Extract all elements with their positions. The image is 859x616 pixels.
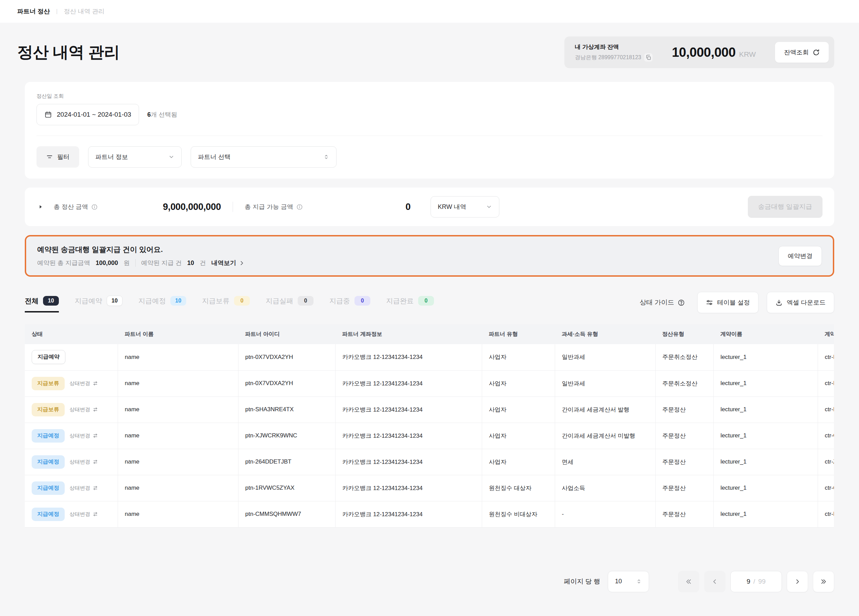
main-content: 정산 내역 관리 내 가상계좌 잔액 경남은행 28999770218123 1… xyxy=(0,36,859,592)
cell-status: 지급예정상태변경 xyxy=(25,475,118,501)
swap-icon xyxy=(92,381,98,386)
tab-count-badge: 0 xyxy=(234,296,250,306)
balance-label: 내 가상계좌 잔액 xyxy=(575,43,653,51)
status-change-link[interactable]: 상태변경 xyxy=(70,459,98,465)
cell-tax-type: 면세 xyxy=(555,449,655,475)
rows-per-page-label: 페이지 당 행 xyxy=(564,577,600,586)
tab-pay-completed[interactable]: 지급완료0 xyxy=(386,296,434,313)
balance-refresh-label: 잔액조회 xyxy=(784,48,809,56)
cell-account: 카카오뱅크 12-12341234-1234 xyxy=(335,475,482,501)
partner-select[interactable]: 파트너 선택 xyxy=(191,146,337,167)
currency-history-select[interactable]: KRW 내역 xyxy=(431,196,499,217)
status-change-link[interactable]: 상태변경 xyxy=(70,485,98,491)
column-header: 파트너 유형 xyxy=(482,324,555,344)
settlement-table: 상태파트너 이름파트너 아이디파트너 계좌정보파트너 유형과세·소득 유형정산유… xyxy=(25,324,834,528)
column-header: 계약이름 xyxy=(714,324,818,344)
breadcrumb-separator: | xyxy=(56,8,58,15)
status-change-link[interactable]: 상태변경 xyxy=(70,511,98,518)
breadcrumb-parent[interactable]: 파트너 정산 xyxy=(17,7,50,16)
first-page-button[interactable] xyxy=(678,571,699,592)
current-page: 9 xyxy=(747,578,751,585)
status-change-label: 상태변경 xyxy=(70,433,90,439)
chevrons-up-down-icon xyxy=(323,154,330,160)
next-page-button[interactable] xyxy=(787,571,808,592)
tab-all[interactable]: 전체10 xyxy=(25,296,59,313)
status-change-link[interactable]: 상태변경 xyxy=(70,406,98,413)
notice-detail-link[interactable]: 내역보기 xyxy=(211,259,245,267)
status-badge: 지급예정 xyxy=(32,455,65,469)
settlement-table-wrapper[interactable]: 상태파트너 이름파트너 아이디파트너 계좌정보파트너 유형과세·소득 유형정산유… xyxy=(25,324,834,528)
tab-label: 지급보류 xyxy=(202,296,230,306)
tab-pay-reserved[interactable]: 지급예약10 xyxy=(75,295,122,313)
balance-refresh-button[interactable]: 잔액조회 xyxy=(775,42,829,63)
cell-partner-id: ptn-0X7VDXA2YH xyxy=(238,344,335,370)
table-row: 지급예정상태변경 nameptn-1RVWC5ZYAX카카오뱅크 12-1234… xyxy=(25,475,834,501)
column-header: 상태 xyxy=(25,324,118,344)
filter-button[interactable]: 필터 xyxy=(36,146,79,167)
cell-tax-type: 간이과세 세금계산서 미발행 xyxy=(555,422,655,449)
cell-partner-id: ptn-264DDETJBT xyxy=(238,449,335,475)
breadcrumb-current: 정산 내역 관리 xyxy=(64,7,104,16)
notice-body: 예약된 송금대행 일괄지급 건이 있어요. 예약된 총 지급금액 100,000… xyxy=(37,245,245,267)
tab-pay-scheduled[interactable]: 지급예정10 xyxy=(138,296,186,313)
tab-label: 지급예정 xyxy=(138,296,166,306)
total-settlement-group: 총 정산 금액 9,000,000,000 xyxy=(54,202,221,212)
tab-pay-in-progress[interactable]: 지급중0 xyxy=(330,296,370,313)
filter-card: 정산일 조회 2024-01-01 ~ 2024-01-03 6개 선택됨 필터 xyxy=(25,82,834,178)
notice-change-button[interactable]: 예약변경 xyxy=(778,246,822,266)
column-header: 파트너 아이디 xyxy=(238,324,335,344)
cell-partner-type: 사업자 xyxy=(482,344,555,370)
page-header: 정산 내역 관리 내 가상계좌 잔액 경남은행 28999770218123 1… xyxy=(17,36,842,68)
partner-info-select[interactable]: 파트너 정보 xyxy=(88,146,182,167)
cell-contract-id: ctr-6 xyxy=(818,475,834,501)
caret-right-icon[interactable] xyxy=(36,203,45,211)
cell-contract-id: ctr-C xyxy=(818,422,834,449)
cell-account: 카카오뱅크 12-12341234-1234 xyxy=(335,422,482,449)
column-header: 계약 xyxy=(818,324,834,344)
cell-account: 카카오뱅크 12-12341234-1234 xyxy=(335,344,482,370)
cell-contract-name: lecturer_1 xyxy=(714,396,818,422)
status-change-link[interactable]: 상태변경 xyxy=(70,380,98,387)
swap-icon xyxy=(92,433,98,438)
cell-settlement-type: 주문정산 xyxy=(655,449,714,475)
breadcrumb: 파트너 정산 | 정산 내역 관리 xyxy=(17,7,104,16)
info-icon[interactable] xyxy=(91,204,98,210)
swap-icon xyxy=(92,511,98,517)
notice-count-value: 10 xyxy=(187,260,194,267)
tab-pay-failed[interactable]: 지급실패0 xyxy=(266,296,314,313)
topbar: 파트너 정산 | 정산 내역 관리 xyxy=(0,0,859,23)
filter-button-label: 필터 xyxy=(57,153,70,161)
settlement-history-page: { "breadcrumb": { "parent": "파트너 정산", "s… xyxy=(0,0,859,616)
prev-page-button[interactable] xyxy=(704,571,725,592)
tabs-row: 전체10지급예약10지급예정10지급보류0지급실패0지급중0지급완료0 상태 가… xyxy=(25,292,834,317)
cell-partner-name: name xyxy=(118,370,238,396)
table-row: 지급보류상태변경 nameptn-0X7VDXA2YH카카오뱅크 12-1234… xyxy=(25,370,834,396)
last-page-button[interactable] xyxy=(813,571,834,592)
cell-partner-id: ptn-SHA3NRE4TX xyxy=(238,396,335,422)
info-icon[interactable] xyxy=(296,204,303,210)
selected-count: 6개 선택됨 xyxy=(147,111,177,119)
cell-partner-id: ptn-XJWCRK9WNC xyxy=(238,422,335,449)
notice-amount-label: 예약된 총 지급금액 xyxy=(37,259,90,267)
cell-contract-id: ctr-Z xyxy=(818,449,834,475)
excel-download-button[interactable]: 엑셀 다운로드 xyxy=(767,292,834,313)
swap-icon xyxy=(92,407,98,412)
table-settings-button[interactable]: 테이블 설정 xyxy=(697,292,759,313)
status-guide[interactable]: 상태 가이드 xyxy=(640,298,685,307)
rows-per-page-select[interactable]: 10 xyxy=(608,571,649,592)
tab-label: 지급완료 xyxy=(386,296,414,306)
notice-amount-unit: 원 xyxy=(123,259,130,267)
cell-partner-id: ptn-0X7VDXA2YH xyxy=(238,370,335,396)
status-badge: 지급예정 xyxy=(32,482,65,495)
cell-contract-name: lecturer_1 xyxy=(714,422,818,449)
date-range-button[interactable]: 2024-01-01 ~ 2024-01-03 xyxy=(36,104,139,125)
cell-status: 지급예정상태변경 xyxy=(25,422,118,449)
status-change-link[interactable]: 상태변경 xyxy=(70,433,98,439)
bulk-pay-button[interactable]: 송금대행 일괄지급 xyxy=(748,196,823,218)
tab-pay-held[interactable]: 지급보류0 xyxy=(202,296,250,313)
swap-icon xyxy=(92,485,98,491)
cell-partner-type: 사업자 xyxy=(482,396,555,422)
cell-partner-name: name xyxy=(118,449,238,475)
page-indicator[interactable]: 9 / 99 xyxy=(730,571,782,592)
copy-icon[interactable] xyxy=(644,53,653,62)
